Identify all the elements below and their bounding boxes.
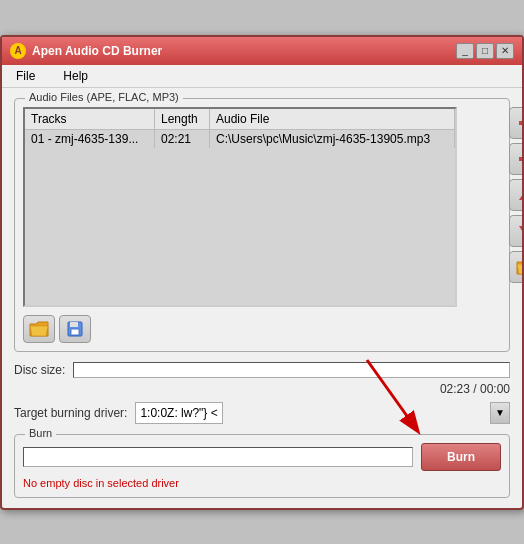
side-buttons <box>509 107 524 283</box>
app-icon: A <box>10 43 26 59</box>
maximize-button[interactable]: □ <box>476 43 494 59</box>
svg-rect-1 <box>519 121 524 125</box>
title-bar: A Apen Audio CD Burner _ □ ✕ <box>2 37 522 65</box>
folder-button[interactable] <box>509 251 524 283</box>
table-row[interactable]: 01 - zmj-4635-139... 02:21 C:\Users\pc\M… <box>25 130 455 148</box>
col-tracks: Tracks <box>25 109 155 129</box>
svg-rect-8 <box>72 330 78 334</box>
burn-group: Burn Burn No empty disc in selected driv… <box>14 434 510 498</box>
driver-select[interactable]: 1:0:0Z: lw?"} < <box>135 402 223 424</box>
target-driver-label: Target burning driver: <box>14 406 127 420</box>
target-driver-row: Target burning driver: 1:0:0Z: lw?"} < ▼ <box>14 402 510 424</box>
add-track-button[interactable] <box>509 107 524 139</box>
main-window: A Apen Audio CD Burner _ □ ✕ File Help A… <box>0 35 524 510</box>
burn-legend: Burn <box>25 427 56 439</box>
disc-size-row: Disc size: <box>14 362 510 378</box>
driver-select-wrapper: 1:0:0Z: lw?"} < ▼ <box>135 402 510 424</box>
table-header: Tracks Length Audio File <box>25 109 455 130</box>
disc-size-label: Disc size: <box>14 363 65 377</box>
window-title: Apen Audio CD Burner <box>32 44 450 58</box>
main-content: Audio Files (APE, FLAC, MP3) Tracks Leng… <box>2 88 522 508</box>
cell-audiofile-0: C:\Users\pc\Music\zmj-4635-13905.mp3 <box>210 130 455 148</box>
track-table-wrapper: Tracks Length Audio File 01 - zmj-4635-1… <box>23 107 457 307</box>
minimize-button[interactable]: _ <box>456 43 474 59</box>
col-audiofile: Audio File <box>210 109 455 129</box>
svg-rect-2 <box>519 157 524 161</box>
track-table: Tracks Length Audio File 01 - zmj-4635-1… <box>23 107 457 307</box>
window-controls: _ □ ✕ <box>456 43 514 59</box>
burn-error-text: No empty disc in selected driver <box>23 477 501 489</box>
move-down-button[interactable] <box>509 215 524 247</box>
open-folder-button[interactable] <box>23 315 55 343</box>
menu-file[interactable]: File <box>10 67 41 85</box>
burn-row: Burn <box>23 443 501 471</box>
svg-marker-3 <box>519 189 524 200</box>
burn-button[interactable]: Burn <box>421 443 501 471</box>
move-up-button[interactable] <box>509 179 524 211</box>
svg-rect-6 <box>70 322 78 327</box>
cell-tracks-0: 01 - zmj-4635-139... <box>25 130 155 148</box>
audio-files-legend: Audio Files (APE, FLAC, MP3) <box>25 91 183 103</box>
cell-length-0: 02:21 <box>155 130 210 148</box>
col-length: Length <box>155 109 210 129</box>
select-arrow-icon: ▼ <box>490 402 510 424</box>
bottom-icons <box>23 315 501 343</box>
remove-track-button[interactable] <box>509 143 524 175</box>
menu-help[interactable]: Help <box>57 67 94 85</box>
svg-marker-4 <box>519 226 524 237</box>
time-display: 02:23 / 00:00 <box>14 382 510 396</box>
audio-files-group: Audio Files (APE, FLAC, MP3) Tracks Leng… <box>14 98 510 352</box>
disc-size-progress <box>73 362 510 378</box>
burn-progress-bar <box>23 447 413 467</box>
menu-bar: File Help <box>2 65 522 88</box>
save-button[interactable] <box>59 315 91 343</box>
close-button[interactable]: ✕ <box>496 43 514 59</box>
